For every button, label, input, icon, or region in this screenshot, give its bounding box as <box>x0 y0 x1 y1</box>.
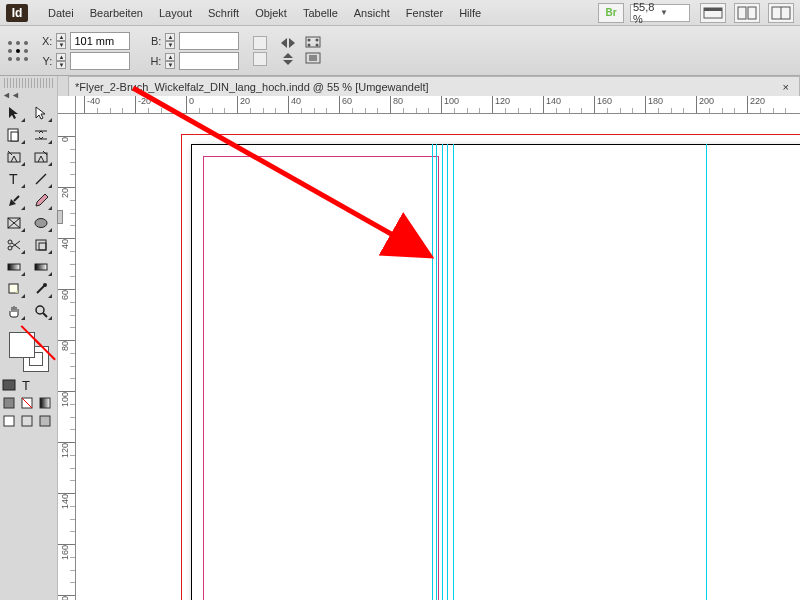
svg-rect-61 <box>40 416 50 426</box>
menu-datei[interactable]: Datei <box>40 3 82 23</box>
apply-none[interactable] <box>0 394 18 412</box>
ruler-origin[interactable] <box>58 96 76 114</box>
scissors-tool[interactable] <box>0 234 27 256</box>
vertical-guide[interactable] <box>432 144 433 600</box>
close-tab-icon[interactable]: × <box>779 81 793 93</box>
margin-box <box>203 156 439 600</box>
ruler-tick: 120 <box>492 96 510 114</box>
menu-layout[interactable]: Layout <box>151 3 200 23</box>
app-logo: Id <box>6 4 28 22</box>
preview-view[interactable] <box>18 412 36 430</box>
panel-resize-handle[interactable] <box>57 210 63 224</box>
vertical-guide[interactable] <box>447 144 448 600</box>
x-spinner[interactable]: ▲▼ <box>56 33 66 49</box>
line-tool[interactable] <box>27 168 54 190</box>
gradient-feather-tool[interactable] <box>27 256 54 278</box>
ruler-tick: 180 <box>58 595 76 600</box>
menu-tabelle[interactable]: Tabelle <box>295 3 346 23</box>
ruler-tick: 100 <box>441 96 459 114</box>
h-spinner[interactable]: ▲▼ <box>165 53 175 69</box>
type-tool[interactable]: T <box>0 168 27 190</box>
gap-tool[interactable] <box>27 124 54 146</box>
svg-rect-19 <box>8 129 18 141</box>
vertical-guide[interactable] <box>436 144 437 600</box>
direct-selection-tool[interactable] <box>27 102 54 124</box>
toolbox: ◄◄ T T <box>0 76 58 600</box>
x-input[interactable] <box>70 32 130 50</box>
svg-rect-60 <box>22 416 32 426</box>
width-input[interactable] <box>179 32 239 50</box>
svg-marker-31 <box>36 194 48 206</box>
ruler-tick: 20 <box>58 187 76 198</box>
ellipse-tool[interactable] <box>27 212 54 234</box>
reference-point-selector[interactable] <box>8 41 28 61</box>
svg-rect-55 <box>4 398 14 408</box>
link-icon[interactable] <box>253 52 267 66</box>
svg-rect-3 <box>748 7 756 19</box>
select-container-icon[interactable] <box>305 36 323 50</box>
pen-tool[interactable] <box>0 190 27 212</box>
apply-color[interactable] <box>18 394 36 412</box>
y-label: Y: <box>42 55 52 67</box>
bridge-button[interactable]: Br <box>598 3 624 23</box>
normal-view[interactable] <box>0 412 18 430</box>
format-container-tool[interactable] <box>0 376 18 394</box>
svg-line-24 <box>8 151 12 155</box>
selection-tool[interactable] <box>0 102 27 124</box>
vertical-ruler[interactable]: 020406080100120140160180200 <box>58 114 76 600</box>
menu-hilfe[interactable]: Hilfe <box>451 3 489 23</box>
apply-gradient[interactable] <box>36 394 54 412</box>
document-title: *Flyer_2-Bruch_Wickelfalz_DIN_lang_hoch.… <box>75 81 429 93</box>
document-tab[interactable]: *Flyer_2-Bruch_Wickelfalz_DIN_lang_hoch.… <box>68 76 800 96</box>
vertical-guide[interactable] <box>442 144 443 600</box>
screen-mode-button[interactable] <box>700 3 726 23</box>
menu-objekt[interactable]: Objekt <box>247 3 295 23</box>
svg-text:T: T <box>22 378 30 393</box>
svg-line-28 <box>36 174 46 184</box>
fill-stroke-swatch[interactable] <box>9 332 49 372</box>
hand-tool[interactable] <box>0 300 27 322</box>
menu-fenster[interactable]: Fenster <box>398 3 451 23</box>
constrain-proportions-icon[interactable] <box>253 36 267 50</box>
zoom-level-select[interactable]: 55,8 %▼ <box>630 4 690 22</box>
note-tool[interactable] <box>0 278 27 300</box>
menubar: Id DateiBearbeitenLayoutSchriftObjektTab… <box>0 0 800 26</box>
svg-rect-1 <box>704 8 722 11</box>
gradient-swatch-tool[interactable] <box>0 256 27 278</box>
flip-vertical-icon[interactable] <box>279 52 297 66</box>
select-content-icon[interactable] <box>305 52 323 66</box>
type-format-tool[interactable]: T <box>18 376 36 394</box>
slug-view[interactable] <box>36 412 54 430</box>
svg-point-10 <box>316 38 319 41</box>
horizontal-ruler[interactable]: -40-20020406080100120140160180200220 <box>76 96 800 114</box>
vertical-guide[interactable] <box>706 144 707 600</box>
fill-swatch[interactable] <box>9 332 35 358</box>
svg-line-57 <box>22 398 32 408</box>
y-spinner[interactable]: ▲▼ <box>56 53 66 69</box>
eyedropper-tool[interactable] <box>27 278 54 300</box>
collapse-panel-icon[interactable]: ◄◄ <box>0 90 57 100</box>
control-bar: X: ▲▼ Y: ▲▼ B: ▲▼ H: ▲▼ <box>0 26 800 76</box>
rectangle-frame-tool[interactable] <box>0 212 27 234</box>
y-input[interactable] <box>70 52 130 70</box>
workspace-switcher-button[interactable] <box>768 3 794 23</box>
pencil-tool[interactable] <box>27 190 54 212</box>
menu-bearbeiten[interactable]: Bearbeiten <box>82 3 151 23</box>
menu-ansicht[interactable]: Ansicht <box>346 3 398 23</box>
zoom-tool[interactable] <box>27 300 54 322</box>
vertical-guide[interactable] <box>453 144 454 600</box>
panel-grip-icon[interactable] <box>4 78 53 88</box>
menu-schrift[interactable]: Schrift <box>200 3 247 23</box>
content-collector-tool[interactable] <box>0 146 27 168</box>
arrange-documents-button[interactable] <box>734 3 760 23</box>
flip-horizontal-icon[interactable] <box>279 36 297 50</box>
page-tool[interactable] <box>0 124 27 146</box>
free-transform-tool[interactable] <box>27 234 54 256</box>
svg-line-34 <box>8 218 20 228</box>
height-input[interactable] <box>179 52 239 70</box>
canvas[interactable] <box>76 114 800 600</box>
ruler-tick: 40 <box>58 238 76 249</box>
svg-rect-43 <box>35 264 47 270</box>
content-placer-tool[interactable] <box>27 146 54 168</box>
b-spinner[interactable]: ▲▼ <box>165 33 175 49</box>
